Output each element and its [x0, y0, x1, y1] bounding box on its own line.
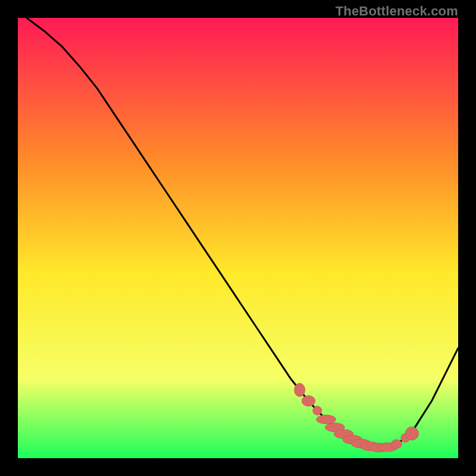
highlight-point [313, 406, 322, 415]
highlight-point [302, 396, 315, 406]
watermark-text: TheBottleneck.com [336, 4, 458, 19]
plot-background [18, 18, 458, 458]
highlight-point [295, 383, 305, 396]
bottleneck-chart [18, 18, 458, 458]
highlight-point [405, 427, 418, 440]
highlight-point [317, 415, 336, 424]
highlight-point [392, 440, 402, 449]
chart-container [18, 18, 458, 458]
